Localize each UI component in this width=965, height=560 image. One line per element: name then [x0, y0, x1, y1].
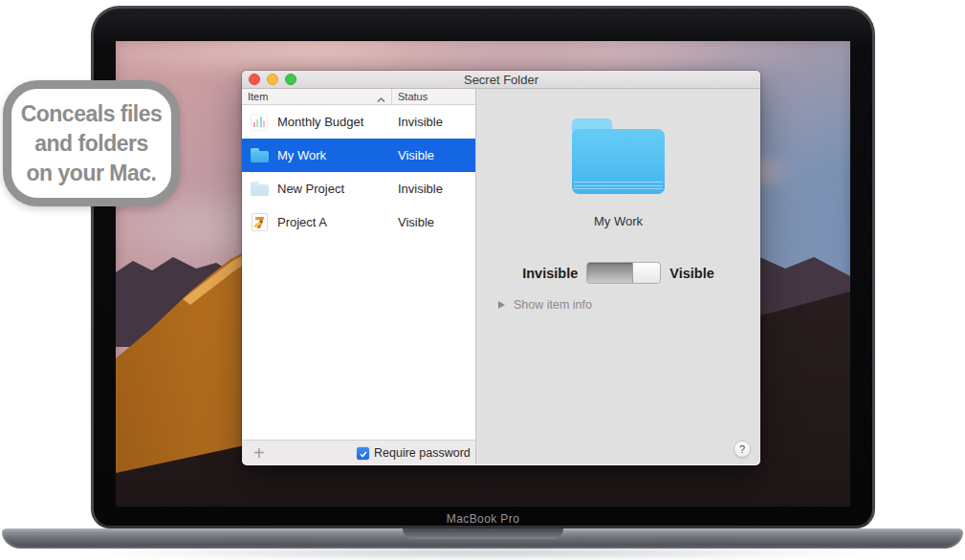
window-titlebar[interactable]: Secret Folder: [242, 71, 760, 89]
window-body: Item Status Monthly Budget: [242, 89, 760, 464]
column-item-label: Item: [248, 91, 268, 102]
close-button[interactable]: [249, 74, 260, 85]
item-name: New Project: [277, 182, 344, 196]
column-header-status[interactable]: Status: [392, 89, 475, 104]
item-name: Monthly Budget: [277, 115, 363, 129]
blue-folder-icon: [572, 118, 665, 195]
callout-line: Conceals files: [21, 99, 163, 129]
item-status: Invisible: [398, 115, 443, 129]
window-title: Secret Folder: [464, 73, 538, 87]
item-list: Monthly Budget Invisible My Work Visible: [242, 105, 475, 440]
blue-folder-icon: [250, 146, 269, 165]
secret-folder-window: Secret Folder Item Status: [242, 71, 760, 465]
toggle-invisible-label: Invisible: [522, 266, 578, 281]
show-item-info-label: Show item info: [514, 298, 592, 312]
minimize-button[interactable]: [267, 74, 278, 85]
list-item-my-work[interactable]: My Work Visible: [242, 139, 475, 172]
check-icon: [359, 449, 368, 459]
help-button[interactable]: ?: [734, 441, 751, 458]
add-item-button[interactable]: +: [253, 441, 265, 464]
item-status: Visible: [398, 215, 434, 229]
marketing-callout-bubble: Conceals files and folders on your Mac.: [3, 80, 180, 206]
project-document-icon: [250, 213, 269, 232]
list-footer-bar: + Require password: [242, 440, 475, 464]
item-name: Project A: [277, 215, 327, 229]
column-headers: Item Status: [242, 89, 475, 105]
column-status-label: Status: [398, 91, 428, 102]
item-name: My Work: [277, 148, 326, 162]
item-status: Visible: [398, 148, 434, 162]
list-item-monthly-budget[interactable]: Monthly Budget Invisible: [242, 105, 475, 139]
visibility-toggle[interactable]: [586, 262, 661, 284]
base-shadow: [67, 548, 899, 558]
list-item-project-a[interactable]: Project A Visible: [242, 205, 475, 239]
traffic-lights: [249, 74, 296, 85]
require-password-checkbox[interactable]: [357, 447, 369, 460]
require-password-label: Require password: [374, 446, 471, 460]
callout-line: on your Mac.: [27, 159, 157, 188]
numbers-chart-document-icon: [250, 113, 269, 132]
show-item-info-disclosure[interactable]: Show item info: [498, 298, 592, 312]
zoom-button[interactable]: [285, 74, 296, 85]
list-item-new-project[interactable]: New Project Invisible: [242, 172, 475, 205]
chevron-up-icon: [377, 94, 385, 105]
visibility-toggle-row: Invisible Visible: [476, 262, 760, 284]
faded-folder-icon: [250, 180, 269, 199]
callout-line: and folders: [34, 129, 147, 159]
items-panel: Item Status Monthly Budget: [242, 89, 475, 464]
marketing-screenshot: Secret Folder Item Status: [0, 0, 965, 560]
toggle-visible-label: Visible: [669, 266, 713, 281]
selected-item-name: My Work: [476, 214, 760, 228]
macbook-pro-label: MacBook Pro: [91, 512, 875, 526]
item-status: Invisible: [398, 182, 443, 196]
macbook-lid-notch: [403, 528, 563, 539]
toggle-knob[interactable]: [632, 263, 660, 283]
detail-panel: My Work Invisible Visible Show item info…: [476, 89, 760, 464]
disclosure-triangle-icon: [498, 301, 505, 309]
column-header-item[interactable]: Item: [242, 89, 392, 104]
